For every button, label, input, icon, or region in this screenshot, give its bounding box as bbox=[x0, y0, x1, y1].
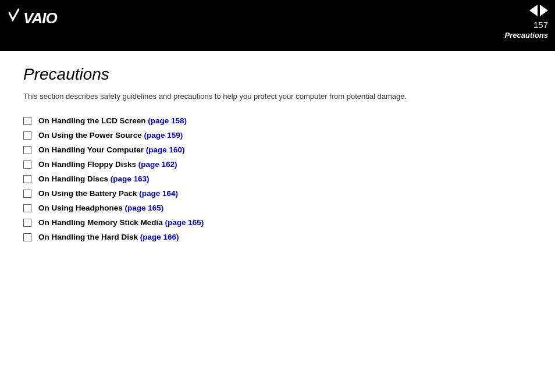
toc-item-text: On Using the Power Source (page 159) bbox=[38, 131, 183, 140]
toc-link[interactable]: (page 158) bbox=[148, 116, 187, 125]
list-item: On Handling Memory Stick Media (page 165… bbox=[23, 218, 532, 227]
header-section-title: Precautions bbox=[505, 31, 548, 40]
page-number: 157 bbox=[533, 20, 548, 30]
toc-item-text: On Using the Battery Pack (page 164) bbox=[38, 189, 178, 198]
nav-arrows bbox=[529, 5, 548, 16]
checkbox-icon bbox=[23, 204, 31, 212]
toc-link[interactable]: (page 163) bbox=[111, 174, 150, 183]
checkbox-icon bbox=[23, 146, 31, 154]
svg-text:VAIO: VAIO bbox=[23, 9, 57, 27]
toc-link[interactable]: (page 164) bbox=[139, 189, 178, 198]
main-content: Precautions This section describes safet… bbox=[0, 51, 555, 259]
checkbox-icon bbox=[23, 175, 31, 183]
list-item: On Using the Battery Pack (page 164) bbox=[23, 189, 532, 198]
header-right: 157 Precautions bbox=[505, 5, 548, 40]
toc-item-text: On Handling the LCD Screen (page 158) bbox=[38, 116, 187, 125]
checkbox-icon bbox=[23, 219, 31, 227]
toc-item-text: On Handling Floppy Disks (page 162) bbox=[38, 160, 177, 169]
list-item: On Handling the Hard Disk (page 166) bbox=[23, 233, 532, 241]
intro-text: This section describes safety guidelines… bbox=[23, 91, 532, 102]
list-item: On Handling the LCD Screen (page 158) bbox=[23, 116, 532, 125]
prev-arrow[interactable] bbox=[529, 5, 538, 16]
checkbox-icon bbox=[23, 161, 31, 169]
toc-link[interactable]: (page 159) bbox=[144, 131, 183, 140]
list-item: On Handling Your Computer (page 160) bbox=[23, 145, 532, 154]
list-item: On Using the Power Source (page 159) bbox=[23, 131, 532, 140]
list-item: On Using Headphones (page 165) bbox=[23, 204, 532, 212]
checkbox-icon bbox=[23, 131, 31, 140]
list-item: On Handling Floppy Disks (page 162) bbox=[23, 160, 532, 169]
checkbox-icon bbox=[23, 233, 31, 241]
header: VAIO 157 Precautions bbox=[0, 0, 555, 51]
toc-item-text: On Handling Your Computer (page 160) bbox=[38, 145, 185, 154]
toc-item-text: On Handling Memory Stick Media (page 165… bbox=[38, 218, 204, 227]
list-item: On Handling Discs (page 163) bbox=[23, 174, 532, 183]
toc-link[interactable]: (page 165) bbox=[165, 218, 204, 227]
checkbox-icon bbox=[23, 117, 31, 125]
toc-link[interactable]: (page 160) bbox=[146, 145, 185, 154]
toc-item-text: On Handling Discs (page 163) bbox=[38, 174, 150, 183]
toc-link[interactable]: (page 166) bbox=[140, 233, 179, 241]
next-arrow[interactable] bbox=[540, 5, 548, 16]
toc-link[interactable]: (page 162) bbox=[138, 160, 177, 169]
toc-link[interactable]: (page 165) bbox=[125, 204, 164, 212]
checkbox-icon bbox=[23, 190, 31, 198]
toc-list: On Handling the LCD Screen (page 158)On … bbox=[23, 116, 532, 241]
toc-item-text: On Using Headphones (page 165) bbox=[38, 204, 163, 212]
page-title: Precautions bbox=[23, 65, 532, 84]
vaio-logo: VAIO bbox=[7, 7, 59, 28]
toc-item-text: On Handling the Hard Disk (page 166) bbox=[38, 233, 179, 241]
logo-area: VAIO bbox=[7, 5, 59, 28]
